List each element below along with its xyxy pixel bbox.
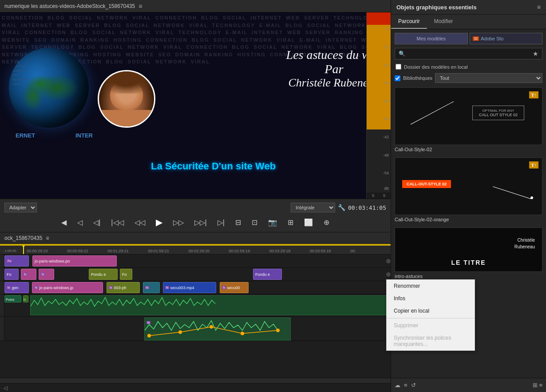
template-label-callout-02-b: Call-Out-Style-02-orange: [395, 215, 542, 224]
clip-secu00[interactable]: fx secu00: [220, 282, 249, 293]
callout-viz-1: OPTIMAL FOR ANYCALL OUT STYLE 02: [395, 88, 542, 145]
search-input[interactable]: [408, 51, 530, 57]
ruler-value-neg30: -30: [383, 99, 389, 103]
context-menu-sync-fonts[interactable]: Synchroniser les polices manquantes...: [387, 332, 475, 350]
audio-clip-1[interactable]: Puiss: [4, 295, 21, 302]
panel-menu-icon-2[interactable]: ≡: [404, 382, 408, 388]
clip-fx-1[interactable]: fx: [21, 269, 36, 280]
audio-fx-clip[interactable]: fx: [23, 295, 28, 302]
add-button[interactable]: ⊕: [322, 217, 331, 227]
libraries-select[interactable]: Tout: [435, 73, 542, 83]
callout-line-1: [411, 101, 454, 125]
track-row-v3: fx gen fx jo-paris-windows.jp fx 003-ph: [0, 281, 391, 294]
adapter-select[interactable]: Adapter: [4, 203, 37, 212]
orange-title-bar: CALL-OUT-STYLE 02: [402, 180, 451, 188]
clip-fo-3[interactable]: Fo: [120, 269, 132, 280]
context-menu-copy-local[interactable]: Copier en local: [387, 305, 475, 317]
timeline-menu-icon[interactable]: ≡: [46, 235, 49, 241]
libraries-checkbox[interactable]: [395, 75, 400, 81]
context-menu-rename[interactable]: Renommer: [387, 280, 475, 292]
track-label-v2: [0, 268, 4, 281]
clip-fx-2[interactable]: fx: [39, 269, 54, 280]
my-models-button[interactable]: Mes modèles: [395, 33, 468, 44]
rewind-button[interactable]: ◁◁: [133, 217, 147, 227]
clip-jo-paris-jp[interactable]: fx jo-paris-windows.jp: [32, 282, 103, 293]
timeline-scrollbar[interactable]: [0, 378, 391, 383]
ruler-mark-neg36: -36: [383, 117, 389, 121]
panel-grid-icon[interactable]: ⊞: [533, 382, 538, 388]
timecode-display: 00:03:41:05: [348, 204, 386, 211]
context-menu-infos[interactable]: Infos: [387, 292, 475, 305]
prev-edit-button[interactable]: ◁: [75, 217, 84, 227]
audio-waveform-2[interactable]: fx: [144, 318, 291, 341]
go-to-start-button[interactable]: |◁◁: [109, 217, 125, 227]
template-item-callout-02-orange[interactable]: T↑ CALL-OUT-STYLE 02 Call-Out-Style-02-o…: [395, 157, 542, 224]
overwrite-button[interactable]: ⊡: [250, 217, 259, 227]
tracks-container: Fo jo-paris-windows.pn Fo: [0, 255, 391, 378]
fast-forward-button[interactable]: ▷▷: [171, 217, 186, 227]
tab-modifier[interactable]: Modifier: [427, 15, 460, 29]
s-labels: S S: [367, 192, 391, 199]
ruler-time-8: 00:03:59:18: [310, 249, 350, 253]
clip-gen[interactable]: fx gen: [4, 282, 29, 293]
extract-button[interactable]: ⬜: [302, 217, 315, 227]
lift-button[interactable]: ⊞: [286, 217, 295, 227]
clip-label-gen: gen: [12, 286, 18, 290]
next-edit-button[interactable]: ▷|: [216, 217, 226, 227]
context-menu: Renommer Infos Copier en local Supprimer…: [386, 279, 475, 351]
panel-bottom-icons: ☁ ≡ ↺: [395, 382, 416, 388]
timeline-header: ock_158670435 ≡: [0, 232, 391, 244]
star-icon[interactable]: ★: [533, 50, 538, 57]
clip-label-secu2: secu00: [227, 286, 240, 290]
zoom-select[interactable]: Intégrale: [291, 203, 335, 212]
avatar: [98, 70, 155, 128]
clip-pondu[interactable]: Pondu e: [89, 269, 118, 280]
controls-row1: Adapter Intégrale 🔧 00:03:41:05: [0, 201, 391, 214]
timeline-progress-bar: [0, 244, 391, 246]
clip-fx-teal[interactable]: fx: [143, 282, 160, 293]
mark-in-button[interactable]: ◀: [59, 217, 68, 227]
timeline-title: ock_158670435: [4, 235, 42, 241]
context-menu-delete[interactable]: Supprimer: [387, 319, 475, 332]
export-frame-button[interactable]: 📷: [266, 217, 279, 227]
step-back-button[interactable]: ◁|: [91, 217, 102, 227]
template-thumb-callout-02-orange: T↑ CALL-OUT-STYLE 02: [395, 157, 542, 215]
panel-sync-icon[interactable]: ↺: [411, 382, 416, 388]
wrench-icon[interactable]: 🔧: [338, 204, 345, 211]
panel-cloud-icon[interactable]: ☁: [395, 382, 400, 388]
play-button[interactable]: ▶: [154, 216, 164, 228]
template-item-intro[interactable]: ChristéleRubeneau LE TITRE intro-astuces: [395, 227, 542, 281]
panel-list-icon[interactable]: ≡: [539, 382, 542, 388]
nav-prev-button[interactable]: ◁: [4, 385, 8, 391]
go-to-end-button[interactable]: ▷▷|: [193, 217, 209, 227]
panel-menu-icon[interactable]: ≡: [537, 4, 541, 11]
fx-badge-secu2: fx: [222, 286, 226, 289]
local-models-checkbox[interactable]: [396, 64, 401, 70]
fx-badge-audio: fx: [146, 321, 150, 324]
ruler-time-4: 00:01:59:21: [148, 249, 188, 253]
clip-fo-2[interactable]: Fo: [4, 269, 19, 280]
clip-jo-paris-pn[interactable]: jo-paris-windows.pn: [32, 255, 117, 267]
s-label-2: S: [383, 193, 385, 198]
ruler-time-6: 00:02:59:19: [229, 249, 269, 253]
clip-label: jo-paris-windows.pn: [35, 259, 70, 263]
clip-003ph[interactable]: fx 003-ph: [107, 282, 140, 293]
timeline-ruler[interactable]: 1:00:00 00:00:29:23 00:00:59:22 00:01:29…: [0, 244, 391, 255]
insert-button[interactable]: ⊟: [233, 217, 243, 227]
tab-parcourir[interactable]: Parcourir: [391, 15, 427, 29]
track-label-a2: [0, 317, 4, 341]
sequence-menu-icon[interactable]: ≡: [138, 3, 142, 10]
search-bar: 🔍 ★: [395, 48, 542, 59]
context-menu-delete-label: Supprimer: [394, 322, 418, 329]
audio-waveform[interactable]: [30, 295, 391, 315]
template-item-callout-02[interactable]: T↑ OPTIMAL FOR ANYCALL OUT STYLE 02 Call…: [395, 87, 542, 154]
subtitle-text: La Sécuritée D'un site Web: [151, 161, 276, 172]
avatar-face: [99, 71, 154, 126]
callout-box-1: OPTIMAL FOR ANYCALL OUT STYLE 02: [472, 106, 524, 120]
context-menu-sync-fonts-label: Synchroniser les polices manquantes...: [394, 335, 451, 347]
clip-fondu-e[interactable]: Fondu e: [253, 269, 282, 280]
tab-parcourir-label: Parcourir: [398, 18, 420, 24]
clip-secu003[interactable]: fx secu003.mp4: [163, 282, 216, 293]
adobe-stock-button[interactable]: St Adobe Sto: [470, 33, 543, 44]
clip-fo-1[interactable]: Fo: [4, 255, 29, 267]
